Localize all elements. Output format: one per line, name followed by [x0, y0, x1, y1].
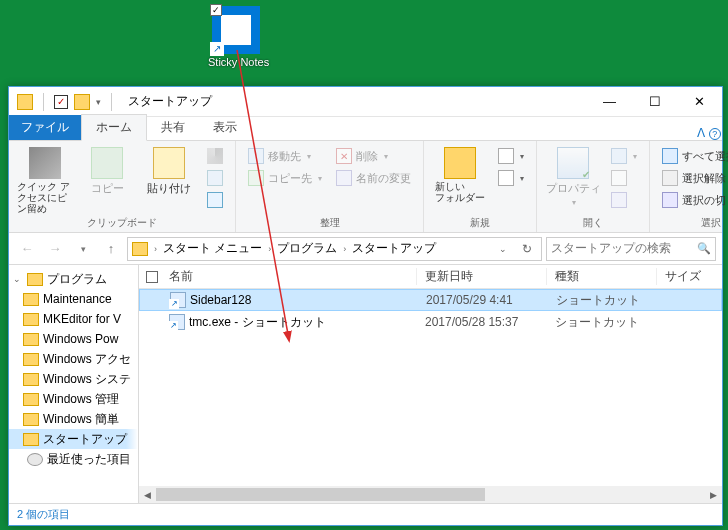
history-icon	[611, 192, 627, 208]
nav-bar: ← → ▾ ↑ › スタート メニュー › プログラム › スタートアップ ⌄ …	[9, 233, 722, 265]
paste-shortcut-button[interactable]	[203, 189, 227, 211]
tree-item[interactable]: Windows アクセ	[9, 349, 138, 369]
folder-icon	[444, 147, 476, 179]
scroll-left-button[interactable]: ◀	[139, 486, 156, 503]
maximize-button[interactable]: ☐	[632, 87, 677, 116]
col-size[interactable]: サイズ	[657, 268, 722, 285]
breadcrumb-item[interactable]: プログラム	[277, 240, 337, 257]
search-placeholder: スタートアップの検索	[551, 240, 671, 257]
recent-button[interactable]: ▾	[71, 237, 95, 261]
file-list[interactable]: 名前 更新日時 種類 サイズ Sidebar128 2017/05/29 4:4…	[139, 265, 722, 503]
qat-folder-icon[interactable]	[74, 94, 90, 110]
column-headers[interactable]: 名前 更新日時 種類 サイズ	[139, 265, 722, 289]
tab-file[interactable]: ファイル	[9, 115, 81, 140]
tree-item-selected[interactable]: スタートアップ	[9, 429, 138, 449]
list-item[interactable]: tmc.exe - ショートカット 2017/05/28 15:37 ショートカ…	[139, 311, 722, 333]
copyto-icon	[248, 170, 264, 186]
col-date[interactable]: 更新日時	[417, 268, 547, 285]
desktop-icon-sticky-notes[interactable]: ✓ ↗ Sticky Notes	[208, 6, 264, 68]
horizontal-scrollbar[interactable]: ◀ ▶	[139, 486, 722, 503]
easy-icon	[498, 170, 514, 186]
tree-item[interactable]: MKEditor for V	[9, 309, 138, 329]
cut-button[interactable]	[203, 145, 227, 167]
group-label: 開く	[545, 214, 641, 230]
close-button[interactable]: ✕	[677, 87, 722, 116]
tree-item[interactable]: ⌄プログラム	[9, 269, 138, 289]
new-item-button[interactable]: ▾	[494, 145, 528, 167]
sticky-notes-icon: ✓ ↗	[212, 6, 260, 54]
folder-icon	[17, 94, 33, 110]
back-button[interactable]: ←	[15, 237, 39, 261]
group-label: クリップボード	[17, 214, 227, 230]
tab-view[interactable]: 表示	[199, 115, 251, 140]
minimize-button[interactable]: —	[587, 87, 632, 116]
group-label: 選択	[658, 214, 728, 230]
titlebar[interactable]: ✓ ▾ スタートアップ — ☐ ✕	[9, 87, 722, 117]
address-bar[interactable]: › スタート メニュー › プログラム › スタートアップ ⌄ ↻	[127, 237, 542, 261]
header-checkbox[interactable]	[146, 271, 158, 283]
refresh-button[interactable]: ↻	[517, 242, 537, 256]
move-icon	[248, 148, 264, 164]
rename-button[interactable]: 名前の変更	[332, 167, 415, 189]
desktop-icon-label: Sticky Notes	[208, 56, 264, 68]
tree-item[interactable]: Windows 簡単	[9, 409, 138, 429]
shortcut-icon	[170, 292, 186, 308]
paste-button[interactable]: 貼り付け	[141, 145, 197, 196]
edit-button[interactable]	[607, 167, 641, 189]
select-all-button[interactable]: すべて選択	[658, 145, 728, 167]
ribbon-tabs: ファイル ホーム 共有 表示 ᐱ ?	[9, 117, 722, 141]
group-label: 整理	[244, 214, 415, 230]
copy-button[interactable]: コピー	[79, 145, 135, 196]
pin-icon	[29, 147, 61, 179]
edit-icon	[611, 170, 627, 186]
tree-item[interactable]: Maintenance	[9, 289, 138, 309]
properties-button[interactable]: プロパティ▾	[545, 145, 601, 207]
open-button[interactable]: ▾	[607, 145, 641, 167]
tab-home[interactable]: ホーム	[81, 114, 147, 141]
delete-button[interactable]: 削除▾	[332, 145, 415, 167]
tab-share[interactable]: 共有	[147, 115, 199, 140]
easy-access-button[interactable]: ▾	[494, 167, 528, 189]
address-dropdown[interactable]: ⌄	[493, 244, 513, 254]
tree-item[interactable]: Windows Pow	[9, 329, 138, 349]
history-button[interactable]	[607, 189, 641, 211]
breadcrumb-item[interactable]: スタートアップ	[352, 240, 436, 257]
pin-to-quick-access-button[interactable]: クイック アクセスにピン留め	[17, 145, 73, 214]
window-title: スタートアップ	[124, 93, 587, 110]
checkbox-icon: ✓	[210, 4, 222, 16]
moveto-button[interactable]: 移動先▾	[244, 145, 326, 167]
select-none-button[interactable]: 選択解除	[658, 167, 728, 189]
search-icon: 🔍	[697, 242, 711, 255]
col-name[interactable]: 名前	[165, 268, 417, 285]
col-type[interactable]: 種類	[547, 268, 657, 285]
up-button[interactable]: ↑	[99, 237, 123, 261]
select-all-icon	[662, 148, 678, 164]
invert-selection-button[interactable]: 選択の切り替え	[658, 189, 728, 211]
new-folder-button[interactable]: 新しい フォルダー	[432, 145, 488, 203]
qat-checkbox-icon[interactable]: ✓	[54, 95, 68, 109]
scroll-right-button[interactable]: ▶	[705, 486, 722, 503]
list-item[interactable]: Sidebar128 2017/05/29 4:41 ショートカット	[139, 289, 722, 311]
delete-icon	[336, 148, 352, 164]
copy-icon	[91, 147, 123, 179]
ribbon: クイック アクセスにピン留め コピー 貼り付け クリップボード 移動先▾ コピー…	[9, 141, 722, 233]
breadcrumb-item[interactable]: スタート メニュー	[163, 240, 262, 257]
invert-icon	[662, 192, 678, 208]
forward-button[interactable]: →	[43, 237, 67, 261]
cut-icon	[207, 148, 223, 164]
nav-tree[interactable]: ⌄プログラム Maintenance MKEditor for V Window…	[9, 265, 139, 503]
rename-icon	[336, 170, 352, 186]
shortcut-overlay-icon: ↗	[210, 42, 224, 56]
tree-item[interactable]: Windows システ	[9, 369, 138, 389]
tree-item-recent[interactable]: 最近使った項目	[9, 449, 138, 469]
copyto-button[interactable]: コピー先▾	[244, 167, 326, 189]
folder-icon	[132, 242, 148, 256]
scroll-thumb[interactable]	[156, 488, 485, 501]
tree-item[interactable]: Windows 管理	[9, 389, 138, 409]
search-input[interactable]: スタートアップの検索 🔍	[546, 237, 716, 261]
shortcut-icon	[169, 314, 185, 330]
copy-path-button[interactable]	[203, 167, 227, 189]
path-icon	[207, 170, 223, 186]
select-none-icon	[662, 170, 678, 186]
ribbon-collapse-button[interactable]: ᐱ ?	[696, 126, 722, 140]
